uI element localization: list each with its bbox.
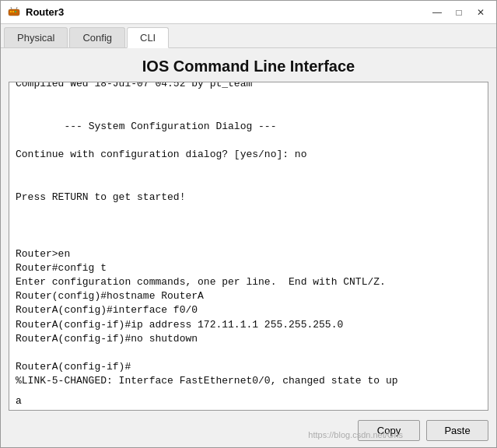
cli-input[interactable] [16,395,481,407]
svg-line-5 [16,7,17,9]
title-bar-left: Router3 [7,5,64,19]
window-title: Router3 [26,6,64,18]
cli-output[interactable]: Technical Support: http://www.cisco.com/… [9,82,488,394]
svg-rect-0 [9,9,19,16]
tab-cli[interactable]: CLI [127,27,169,48]
router-icon [7,5,21,19]
cli-input-row [9,394,488,410]
main-window: Router3 — □ ✕ Physical Config CLI IOS Co… [0,0,497,448]
svg-line-4 [11,7,12,9]
title-controls: — □ ✕ [428,4,490,21]
tab-bar: Physical Config CLI [1,24,496,48]
paste-button[interactable]: Paste [426,420,488,441]
svg-rect-1 [10,11,12,12]
maximize-button[interactable]: □ [450,4,468,21]
tab-config[interactable]: Config [69,27,125,47]
cli-container: Technical Support: http://www.cisco.com/… [9,82,488,411]
watermark: https://blog.csdn.net/Gris [308,430,403,439]
bottom-bar: https://blog.csdn.net/Gris Copy Paste [1,417,496,447]
svg-rect-2 [12,11,14,12]
minimize-button[interactable]: — [428,4,446,21]
close-button[interactable]: ✕ [471,4,490,21]
svg-rect-3 [15,11,16,12]
tab-physical[interactable]: Physical [4,27,68,47]
title-bar: Router3 — □ ✕ [1,1,496,24]
page-title: IOS Command Line Interface [1,48,496,82]
